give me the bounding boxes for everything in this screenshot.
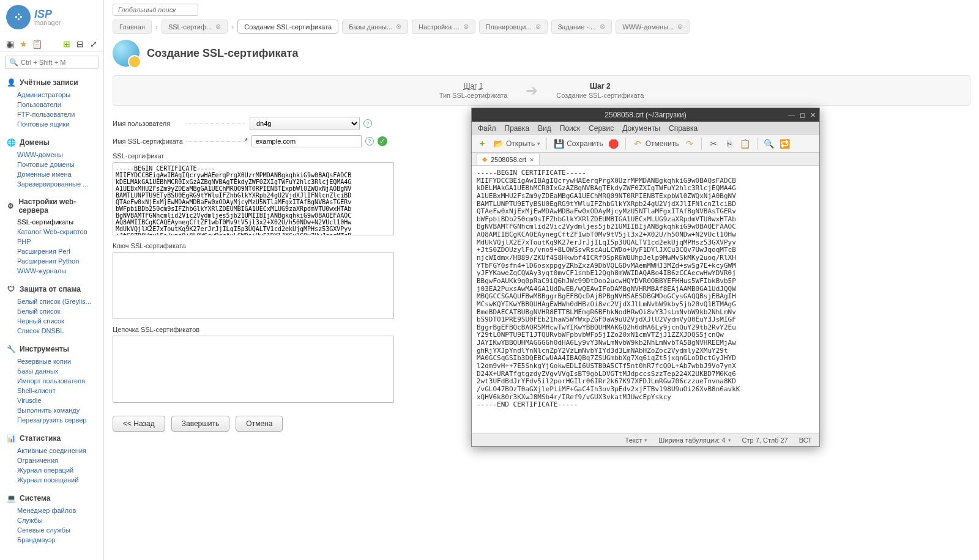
tab[interactable]: Главная <box>113 20 152 34</box>
nav-item[interactable]: Доменные имена <box>17 169 103 179</box>
tab-close-icon[interactable]: ⊗ <box>215 23 221 31</box>
nav-item[interactable]: Менеджер файлов <box>17 506 103 515</box>
nav-item[interactable]: Каталог Web-скриптов <box>17 227 103 237</box>
star-icon[interactable]: ★ <box>18 39 28 49</box>
menu-item[interactable]: Правка <box>505 124 530 133</box>
maximize-icon[interactable]: ◻ <box>800 111 805 119</box>
status-syntax[interactable]: Текст▾ <box>625 437 648 444</box>
clipboard-icon[interactable]: 📋 <box>32 39 42 49</box>
nav-item[interactable]: Журнал операций <box>17 465 103 475</box>
tab[interactable]: Создание SSL-сертификата <box>237 20 338 34</box>
nav-item[interactable]: WWW-домены <box>17 150 103 160</box>
replace-icon[interactable]: 🔁 <box>780 138 791 149</box>
menu-item[interactable]: Сервис <box>589 124 614 133</box>
close-icon[interactable]: ✕ <box>810 111 816 119</box>
add-icon[interactable]: ⊞ <box>62 39 72 49</box>
tab[interactable]: Базы данны...⊗ <box>342 20 408 34</box>
global-search-input[interactable] <box>113 4 198 16</box>
finish-button[interactable]: Завершить <box>171 416 230 432</box>
nav-item[interactable]: Базы данных <box>17 366 103 376</box>
nav-header[interactable]: 💻Система <box>0 491 103 506</box>
nav-header[interactable]: 🔧Инструменты <box>0 342 103 356</box>
nav-item[interactable]: Сетевые службы <box>17 525 103 535</box>
nav-item[interactable]: Virusdie <box>17 396 103 405</box>
minus-icon[interactable]: ⊟ <box>75 39 85 49</box>
copy-icon[interactable]: ⎘ <box>724 138 735 149</box>
tab[interactable]: Планировщи...⊗ <box>479 20 548 34</box>
redo-icon[interactable]: ↷ <box>684 138 695 149</box>
nav-item[interactable]: Службы <box>17 515 103 525</box>
editor-titlebar[interactable]: 2508058.crt (~/Загрузки) — ◻ ✕ <box>472 108 819 122</box>
find-icon[interactable]: 🔍 <box>764 138 775 149</box>
status-tabwidth[interactable]: Ширина табуляции: 4▾ <box>658 437 731 444</box>
menu-item[interactable]: Поиск <box>560 124 580 133</box>
tab[interactable]: WWW-домены...⊗ <box>616 20 690 34</box>
nav-item[interactable]: Активные соединения <box>17 446 103 455</box>
tab[interactable]: Задание - ...⊗ <box>551 20 612 34</box>
tab-close-icon[interactable]: ⊗ <box>677 23 683 31</box>
tab-close-icon[interactable]: ⊗ <box>535 23 541 31</box>
tab[interactable]: Настройка ...⊗ <box>412 20 475 34</box>
menu-item[interactable]: Файл <box>478 124 496 133</box>
nav-item[interactable]: Администраторы <box>17 90 103 100</box>
nav-item[interactable]: Расширения Python <box>17 256 103 266</box>
global-search[interactable] <box>113 4 979 16</box>
nav-item[interactable]: Список DNSBL <box>17 326 103 336</box>
tab-close-icon[interactable]: ⊗ <box>463 23 469 31</box>
undo-button[interactable]: ↶ Отменить <box>632 138 679 149</box>
sidebar-search[interactable]: 🔍 <box>5 56 99 69</box>
layout-icon[interactable]: ▦ <box>5 39 15 49</box>
step-1[interactable]: Шаг 1 Тип SSL-сертификата <box>421 82 526 99</box>
nav-item[interactable]: Ограничения <box>17 455 103 465</box>
nav-item[interactable]: Белый список (Greylis... <box>17 297 103 306</box>
help-icon[interactable]: ? <box>363 119 372 128</box>
tab[interactable]: SSL-сертиф...⊗ <box>162 20 228 34</box>
nav-item[interactable]: Почтовые домены <box>17 160 103 169</box>
nav-item[interactable]: Shell-клиент <box>17 386 103 396</box>
cut-icon[interactable]: ✂ <box>708 138 719 149</box>
nav-header[interactable]: 📊Статистика <box>0 431 103 446</box>
help-icon[interactable]: ? <box>365 137 374 146</box>
nav-item[interactable]: Импорт пользователя <box>17 376 103 386</box>
new-icon[interactable]: ＋ <box>477 138 488 149</box>
menu-item[interactable]: Документы <box>622 124 660 133</box>
expand-icon[interactable]: ⤢ <box>89 39 99 49</box>
nav-item[interactable]: FTP-пользователи <box>17 109 103 119</box>
menu-item[interactable]: Вид <box>538 124 551 133</box>
nav-item[interactable]: PHP <box>17 237 103 246</box>
nav-item[interactable]: Перезагрузить сервер <box>17 415 103 425</box>
back-button[interactable]: << Назад <box>113 416 165 432</box>
cancel-button[interactable]: Отмена <box>236 416 283 432</box>
tab-close-icon[interactable]: ⊗ <box>396 23 401 31</box>
editor-tab[interactable]: ◆ 2508058.crt × <box>477 153 540 165</box>
chain-textarea[interactable] <box>113 336 394 403</box>
tab-close-icon[interactable]: × <box>530 156 534 163</box>
nav-header[interactable]: 🛡Защита от спама <box>0 282 103 297</box>
editor-body[interactable]: -----BEGIN CERTIFICATE----- MIIFYDCCBEig… <box>472 166 819 433</box>
nav-header[interactable]: 👤Учётные записи <box>0 75 103 90</box>
nav-item[interactable]: Расширения Perl <box>17 246 103 256</box>
nav-item[interactable]: Выполнить команду <box>17 405 103 415</box>
nav-item[interactable]: Черный список <box>17 316 103 326</box>
nav-item[interactable]: Пользователи <box>17 100 103 109</box>
key-textarea[interactable] <box>113 252 394 319</box>
nav-item[interactable]: Почтовые ящики <box>17 119 103 129</box>
nav-item[interactable]: Зарезервированные ... <box>17 179 103 189</box>
nav-item[interactable]: Журнал посещений <box>17 475 103 485</box>
name-input[interactable] <box>251 135 362 147</box>
minimize-icon[interactable]: — <box>788 111 795 119</box>
user-select[interactable]: dn4g <box>250 117 360 130</box>
nav-item[interactable]: Резервные копии <box>17 356 103 366</box>
status-insert[interactable]: ВСТ <box>799 437 812 444</box>
save-button[interactable]: 💾 Сохранить <box>553 138 603 149</box>
nav-item[interactable]: SSL-сертификаты <box>17 217 103 227</box>
nav-item[interactable]: WWW-журналы <box>17 266 103 276</box>
cert-textarea[interactable]: -----BEGIN CERTIFICATE----- MIIFYDCCBEig… <box>113 162 394 235</box>
search-input[interactable] <box>21 59 94 66</box>
nav-item[interactable]: Белый список <box>17 306 103 316</box>
tab-close-icon[interactable]: ⊗ <box>600 23 605 31</box>
close-file-icon[interactable]: 🛑 <box>608 138 619 149</box>
menu-item[interactable]: Справка <box>669 124 698 133</box>
nav-header[interactable]: ⚙Настройки web-сервера <box>0 195 103 217</box>
paste-icon[interactable]: 📋 <box>740 138 751 149</box>
